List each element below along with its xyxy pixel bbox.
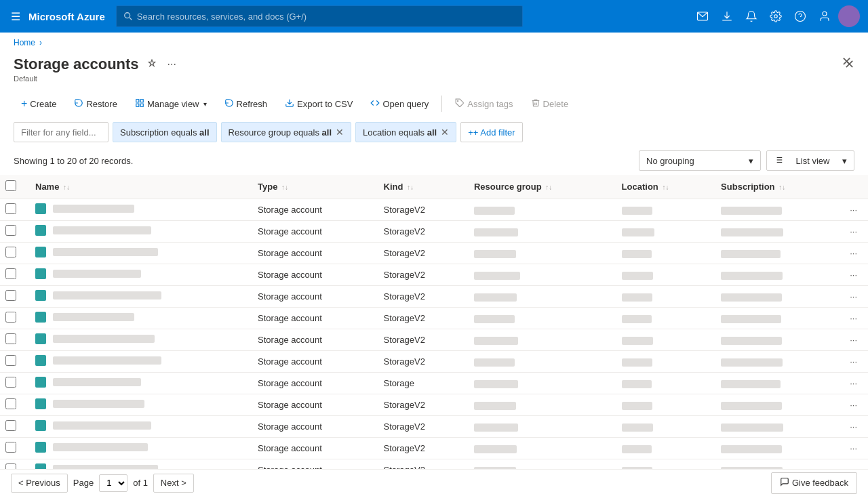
row-more-button[interactable]: ···: [847, 375, 860, 391]
row-actions-cell[interactable]: ···: [839, 243, 868, 264]
row-checkbox-cell[interactable]: [0, 199, 27, 221]
search-bar[interactable]: Search resources, services, and docs (G+…: [116, 5, 523, 27]
location-filter-remove[interactable]: ✕: [441, 127, 449, 137]
breadcrumb-home[interactable]: Home: [14, 38, 35, 47]
row-more-button[interactable]: ···: [847, 440, 860, 456]
row-actions-cell[interactable]: ···: [839, 329, 868, 351]
row-checkbox[interactable]: [5, 442, 16, 453]
row-checkbox-cell[interactable]: [0, 329, 27, 351]
more-options-btn[interactable]: ···: [165, 56, 179, 73]
row-actions-cell[interactable]: ···: [839, 199, 868, 221]
row-checkbox-cell[interactable]: [0, 373, 27, 394]
row-name-cell[interactable]: [27, 351, 250, 373]
row-checkbox-cell[interactable]: [0, 351, 27, 373]
row-actions-cell[interactable]: ···: [839, 221, 868, 243]
row-actions-cell[interactable]: ···: [839, 351, 868, 373]
row-more-button[interactable]: ···: [847, 397, 860, 413]
row-name-cell[interactable]: [27, 373, 250, 394]
subscription-column-header[interactable]: Subscription ↑↓: [713, 175, 839, 199]
row-checkbox[interactable]: [5, 355, 16, 366]
row-more-button[interactable]: ···: [847, 245, 860, 261]
row-more-button[interactable]: ···: [847, 332, 860, 348]
row-actions-cell[interactable]: ···: [839, 286, 868, 308]
assign-tags-button[interactable]: Assign tags: [448, 94, 520, 114]
row-actions-cell[interactable]: ···: [839, 416, 868, 438]
row-actions-cell[interactable]: ···: [839, 308, 868, 329]
row-more-button[interactable]: ···: [847, 419, 860, 434]
resource-group-column-header[interactable]: Resource group ↑↓: [466, 175, 614, 199]
row-checkbox-cell[interactable]: [0, 416, 27, 438]
filter-input[interactable]: [14, 122, 108, 142]
user-icon-btn[interactable]: [814, 5, 835, 27]
help-icon-btn[interactable]: [789, 5, 811, 27]
row-checkbox[interactable]: [5, 398, 16, 409]
give-feedback-button[interactable]: Give feedback: [771, 472, 857, 494]
avatar[interactable]: [838, 5, 860, 27]
row-rg-redacted: [474, 423, 518, 432]
row-checkbox[interactable]: [5, 377, 16, 388]
kind-column-header[interactable]: Kind ↑↓: [376, 175, 466, 199]
row-name-cell[interactable]: [27, 221, 250, 243]
row-checkbox[interactable]: [5, 268, 16, 279]
row-checkbox[interactable]: [5, 290, 16, 301]
refresh-button[interactable]: Refresh: [217, 94, 275, 114]
bell-icon-btn[interactable]: [741, 5, 762, 27]
restore-button[interactable]: Restore: [66, 94, 125, 114]
row-actions-cell[interactable]: ···: [839, 373, 868, 394]
type-column-header[interactable]: Type ↑↓: [250, 175, 375, 199]
row-more-button[interactable]: ···: [847, 202, 860, 218]
row-name-cell[interactable]: [27, 416, 250, 438]
row-actions-cell[interactable]: ···: [839, 394, 868, 416]
row-actions-cell[interactable]: ···: [839, 438, 868, 459]
row-checkbox-cell[interactable]: [0, 394, 27, 416]
row-more-button[interactable]: ···: [847, 310, 860, 326]
pin-icon-btn[interactable]: [144, 56, 159, 73]
row-more-button[interactable]: ···: [847, 224, 860, 239]
row-name-cell[interactable]: [27, 329, 250, 351]
next-button[interactable]: Next >: [153, 474, 194, 493]
download-icon-btn[interactable]: [716, 5, 738, 27]
row-checkbox[interactable]: [5, 420, 16, 431]
select-all-checkbox[interactable]: [5, 180, 16, 191]
row-name-cell[interactable]: [27, 394, 250, 416]
row-name-cell[interactable]: [27, 308, 250, 329]
export-csv-button[interactable]: Export to CSV: [277, 94, 360, 114]
row-name-cell[interactable]: [27, 243, 250, 264]
add-filter-button[interactable]: + + Add filter: [460, 122, 522, 142]
manage-view-button[interactable]: Manage view: [127, 94, 214, 114]
row-actions-cell[interactable]: ···: [839, 264, 868, 286]
row-checkbox-cell[interactable]: [0, 264, 27, 286]
row-name-cell[interactable]: [27, 264, 250, 286]
row-checkbox[interactable]: [5, 225, 16, 236]
resource-group-filter-remove[interactable]: ✕: [336, 127, 344, 137]
row-checkbox[interactable]: [5, 312, 16, 323]
row-checkbox-cell[interactable]: [0, 221, 27, 243]
previous-button[interactable]: < Previous: [11, 474, 68, 493]
settings-icon-btn[interactable]: [765, 5, 787, 27]
row-more-button[interactable]: ···: [847, 267, 860, 283]
page-select[interactable]: 1: [99, 474, 127, 492]
list-view-select[interactable]: List view ▾: [766, 150, 854, 171]
row-checkbox-cell[interactable]: [0, 438, 27, 459]
row-checkbox[interactable]: [5, 203, 16, 214]
row-checkbox-cell[interactable]: [0, 286, 27, 308]
row-checkbox[interactable]: [5, 247, 16, 257]
row-checkbox-cell[interactable]: [0, 243, 27, 264]
select-all-header[interactable]: [0, 175, 27, 199]
grouping-select[interactable]: No grouping ▾: [639, 150, 761, 171]
delete-button[interactable]: Delete: [524, 94, 576, 114]
row-checkbox[interactable]: [5, 333, 16, 344]
row-name-cell[interactable]: [27, 286, 250, 308]
location-column-header[interactable]: Location ↑↓: [614, 175, 713, 199]
row-name-cell[interactable]: [27, 199, 250, 221]
create-button[interactable]: + Create: [14, 94, 64, 114]
row-checkbox-cell[interactable]: [0, 308, 27, 329]
open-query-button[interactable]: Open query: [363, 94, 436, 114]
row-more-button[interactable]: ···: [847, 289, 860, 304]
row-name-cell[interactable]: [27, 438, 250, 459]
hamburger-menu[interactable]: ☰: [8, 7, 23, 26]
name-column-header[interactable]: Name ↑↓: [27, 175, 250, 199]
close-icon[interactable]: ✕: [842, 54, 852, 69]
row-more-button[interactable]: ···: [847, 354, 860, 369]
email-icon-btn[interactable]: [692, 5, 713, 27]
